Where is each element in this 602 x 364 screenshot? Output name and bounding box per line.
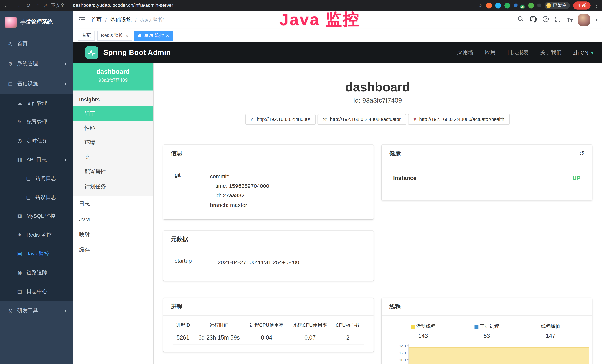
legend-label: 活动线程 — [416, 323, 436, 330]
browser-menu-icon[interactable]: ⋮ — [594, 2, 599, 8]
sidebar-item-log-center[interactable]: ▤ 日志中心 — [0, 282, 73, 300]
sidebar-item-scheduled-job[interactable]: ◴ 定时任务 — [0, 131, 73, 150]
sidebar-item-infra[interactable]: ▤ 基础设施 ▴ — [0, 74, 73, 94]
cpu-cores: 2 — [332, 331, 364, 344]
info-card-header: 信息 — [163, 145, 374, 162]
home-icon[interactable]: ⌂ — [36, 2, 40, 8]
startup-key: startup — [175, 258, 218, 268]
health-card-body: Instance UP — [382, 162, 592, 194]
sidebar-item-system[interactable]: ⚙ 系统管理 ▾ — [0, 54, 73, 74]
tab-label: Redis 监控 — [101, 32, 123, 39]
user-avatar[interactable] — [579, 14, 590, 26]
cloud-icon: ☁ — [17, 100, 23, 106]
insights-group: Insights 细节 性能 环境 类 配置属性 计划任务 — [73, 91, 153, 196]
breadcrumb-infra[interactable]: 基础设施 — [110, 16, 132, 23]
threads-card: 线程 活动线程 143 守护进程 53 — [382, 298, 592, 364]
instance-menu-scheduled-tasks[interactable]: 计划任务 — [73, 179, 153, 194]
security-warning-label[interactable]: 不安全 — [51, 2, 65, 9]
sidebar-item-redis-monitor[interactable]: ◈ Redis 监控 — [0, 225, 73, 244]
address-bar[interactable]: ⚠ 不安全 dashboard.yudao.iocoder.cn/infra/a… — [44, 2, 173, 9]
back-icon[interactable]: ← — [4, 2, 9, 8]
extension-fox-icon[interactable] — [486, 2, 492, 8]
sidebar-item-label: 链路追踪 — [27, 269, 47, 276]
sidebar-item-trace[interactable]: ◉ 链路追踪 — [0, 263, 73, 282]
ytick: 140 — [399, 344, 406, 348]
sba-header: Spring Boot Admin 应用墙 应用 日志报表 关于我们 zh-CN… — [73, 42, 602, 63]
extension-green-y-icon[interactable] — [504, 2, 510, 8]
instance-content: dashboard Id: 93a3fc7f7409 ⌂ http://192.… — [153, 63, 602, 364]
sba-language-select[interactable]: zh-CN ▾ — [573, 50, 593, 56]
hamburger-icon[interactable] — [79, 17, 85, 23]
instance-menu-mappings[interactable]: 映射 — [73, 227, 153, 242]
sidebar-item-java-monitor[interactable]: ▣ Java 监控 — [0, 244, 73, 263]
log-center-icon: ▤ — [17, 288, 23, 294]
info-card-body: git commit: time: 1596289704000 id: 27aa… — [163, 162, 374, 219]
instance-header[interactable]: dashboard 93a3fc7f7409 — [73, 63, 153, 91]
legend-live-threads: 活动线程 143 — [391, 323, 455, 339]
process-cpu: 0.04 — [245, 331, 288, 344]
instance-menu-environment[interactable]: 环境 — [73, 136, 153, 150]
extension-puzzle-icon[interactable] — [537, 3, 541, 7]
browser-update-button[interactable]: 更新 — [573, 1, 591, 9]
instance-menu-config-props[interactable]: 配置属性 — [73, 165, 153, 179]
sba-nav-wall[interactable]: 应用墙 — [457, 49, 473, 56]
help-icon[interactable]: ? — [542, 16, 549, 24]
font-size-icon[interactable]: TT — [567, 17, 573, 23]
actuator-url-button[interactable]: ⚒ http://192.168.0.2:48080/actuator — [317, 114, 406, 125]
paused-badge[interactable]: 已暂停 — [545, 2, 570, 9]
sba-nav-journal[interactable]: 日志报表 — [507, 49, 528, 56]
extension-grid-icon[interactable] — [514, 3, 517, 7]
url-text[interactable]: dashboard.yudao.iocoder.cn/infra/admin-s… — [73, 3, 173, 8]
tab-java-monitor[interactable]: Java 监控 × — [134, 31, 172, 41]
sidebar-item-access-log[interactable]: ▢ 访问日志 — [0, 169, 73, 188]
forward-icon[interactable]: → — [15, 2, 20, 8]
sidebar-item-config-manage[interactable]: ✎ 配置管理 — [0, 113, 73, 131]
sidebar-item-mysql-monitor[interactable]: ▦ MySQL 监控 — [0, 207, 73, 225]
sba-brand-title[interactable]: Spring Boot Admin — [103, 48, 171, 57]
sidebar-item-label: MySQL 监控 — [27, 213, 55, 219]
live-threads-area — [409, 347, 589, 364]
reload-icon[interactable]: ↻ — [26, 2, 31, 8]
chevron-up-icon: ▴ — [65, 82, 66, 86]
document-icon: ▢ — [25, 175, 32, 181]
process-col-header: 进程CPU使用率 — [245, 320, 288, 331]
tab-label: 首页 — [82, 32, 91, 39]
sidebar-item-home[interactable]: ◎ 首页 — [0, 34, 73, 54]
git-info-row: git commit: time: 1596289704000 id: 27aa… — [173, 169, 364, 215]
search-icon[interactable] — [518, 16, 524, 24]
instance-menu-jvm[interactable]: JVM — [73, 212, 153, 227]
sidebar-item-error-log[interactable]: ▢ 错误日志 — [0, 188, 73, 207]
fullscreen-icon[interactable] — [555, 16, 561, 23]
sidebar-item-file-manage[interactable]: ☁ 文件管理 — [0, 94, 73, 112]
close-icon[interactable]: × — [126, 33, 128, 38]
breadcrumb-home[interactable]: 首页 — [91, 16, 102, 23]
sba-nav-about[interactable]: 关于我们 — [540, 49, 562, 56]
admin-logo[interactable]: 芋道管理系统 — [0, 11, 73, 34]
service-url-button[interactable]: ⌂ http://192.168.0.2:48080/ — [246, 114, 315, 125]
security-warning-icon[interactable]: ⚠ — [44, 3, 48, 8]
sidebar-item-devtools[interactable]: ⚒ 研发工具 ▾ — [0, 300, 73, 321]
close-icon[interactable]: × — [166, 33, 169, 38]
instance-menu-details[interactable]: 细节 — [73, 107, 153, 121]
avatar-caret-icon[interactable]: ▾ — [596, 18, 597, 22]
sidebar-item-api-log[interactable]: ▥ API 日志 ▴ — [0, 150, 73, 169]
extension-leaf-icon[interactable] — [528, 2, 534, 8]
legend-label: 线程峰值 — [541, 323, 560, 330]
tab-home[interactable]: 首页 — [78, 31, 95, 41]
instance-menu-classes[interactable]: 类 — [73, 150, 153, 165]
sba-nav-applications[interactable]: 应用 — [485, 49, 495, 56]
instance-menu-caches[interactable]: 缓存 — [73, 242, 153, 258]
actuator-url-label: http://192.168.0.2:48080/actuator — [330, 117, 401, 122]
daemon-threads-swatch — [475, 325, 479, 329]
github-icon[interactable] — [530, 16, 537, 24]
extension-drop-icon[interactable] — [495, 2, 501, 8]
health-instance-row[interactable]: Instance UP — [391, 171, 582, 187]
instance-menu-performance[interactable]: 性能 — [73, 121, 153, 136]
tab-redis-monitor[interactable]: Redis 监控 × — [97, 31, 132, 41]
sba-logo-icon[interactable] — [85, 46, 98, 59]
instance-menu-logs[interactable]: 日志 — [73, 196, 153, 212]
extension-switch-icon[interactable]: on — [521, 3, 525, 7]
history-icon[interactable]: ↺ — [579, 150, 584, 157]
bookmark-star-icon[interactable]: ☆ — [478, 2, 483, 8]
health-url-button[interactable]: ♥ http://192.168.0.2:48080/actuator/heal… — [408, 114, 510, 125]
